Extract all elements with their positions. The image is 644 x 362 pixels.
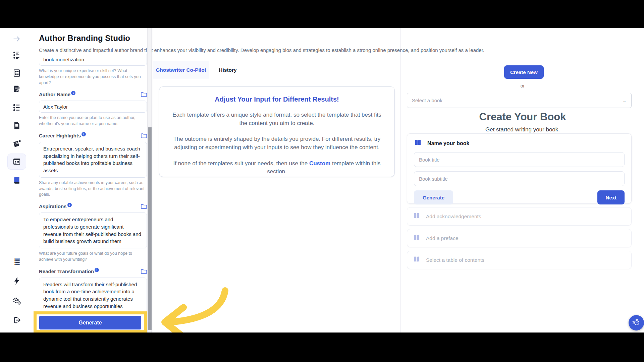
document-icon[interactable] bbox=[10, 119, 23, 132]
book-pen-icon[interactable] bbox=[10, 82, 23, 96]
info-icon[interactable]: i bbox=[71, 91, 75, 95]
speed-assistant-button[interactable] bbox=[629, 315, 644, 330]
row-label: Add acknowledgements bbox=[426, 214, 481, 220]
row-label: Select a table of contents bbox=[426, 257, 484, 263]
generate-book-name-button[interactable]: Generate bbox=[414, 190, 453, 204]
folder-icon[interactable] bbox=[141, 268, 147, 276]
author-branding-icon[interactable] bbox=[10, 155, 23, 168]
create-new-button[interactable]: Create New bbox=[504, 65, 544, 79]
expertise-field[interactable]: book monetization bbox=[39, 54, 147, 66]
app-window: Author Branding Studio Create a distinct… bbox=[0, 0, 644, 362]
name-your-book-title: Name your book bbox=[427, 140, 469, 146]
generate-branding-button[interactable]: Generate bbox=[39, 316, 141, 329]
select-book-placeholder: Select a book bbox=[412, 98, 442, 103]
audiobook-icon[interactable] bbox=[10, 137, 23, 150]
author-name-label: Author Name bbox=[39, 92, 70, 97]
branding-form-panel: book monetization What is your unique ex… bbox=[34, 54, 147, 312]
people-list-icon[interactable] bbox=[10, 49, 23, 62]
open-book-icon bbox=[413, 212, 421, 221]
adjust-input-title: Adjust Your Input for Different Results! bbox=[171, 96, 383, 103]
adjust-input-paragraph-2: The outcome is entirely shaped by the de… bbox=[171, 135, 383, 152]
create-your-book-subheading: Get started writing your book. bbox=[401, 126, 644, 133]
select-table-of-contents-row[interactable]: Select a table of contents bbox=[407, 251, 632, 269]
author-name-input[interactable] bbox=[39, 101, 147, 113]
book-title-input[interactable] bbox=[414, 152, 625, 167]
folder-icon[interactable] bbox=[141, 92, 147, 99]
row-label: Add a preface bbox=[426, 235, 459, 241]
adjust-input-paragraph-1: Each template offers a unique style and … bbox=[171, 111, 383, 127]
tab-history[interactable]: History bbox=[209, 61, 246, 79]
select-book-dropdown[interactable]: Select a book ⌄ bbox=[407, 93, 632, 108]
expand-arrow-icon[interactable] bbox=[10, 32, 23, 46]
create-book-panel: Create New or Select a book ⌄ Create You… bbox=[400, 28, 644, 333]
add-acknowledgements-row[interactable]: Add acknowledgements bbox=[407, 207, 632, 226]
info-icon[interactable]: i bbox=[95, 268, 99, 272]
career-highlights-label: Career Highlights bbox=[39, 133, 81, 138]
career-highlights-textarea[interactable]: Entrepreneur, speaker, and business coac… bbox=[39, 142, 147, 178]
form-scrollbar[interactable] bbox=[147, 28, 152, 333]
tab-ghostwriter-copilot[interactable]: Ghostwriter Co-Pilot bbox=[153, 61, 209, 79]
page-subtitle: Create a distinctive and impactful autho… bbox=[39, 47, 542, 53]
author-name-helper: Enter the name you use or plan to use as… bbox=[39, 115, 147, 127]
info-icon[interactable]: i bbox=[82, 132, 86, 136]
add-preface-row[interactable]: Add a preface bbox=[407, 229, 632, 247]
paragraph-text: If none of the templates suit your needs… bbox=[173, 160, 309, 167]
chevron-down-icon: ⌄ bbox=[622, 98, 627, 104]
reader-transformation-textarea[interactable]: Readers will transform their self-publis… bbox=[39, 278, 147, 312]
reader-transformation-label: Reader Transformation bbox=[39, 268, 94, 274]
copilot-tabbar: Ghostwriter Co-Pilot History bbox=[153, 61, 401, 79]
name-your-book-card: Name your book Generate Next bbox=[407, 133, 632, 204]
logout-icon[interactable] bbox=[10, 313, 23, 327]
or-separator: or bbox=[401, 83, 644, 88]
custom-template-link[interactable]: Custom bbox=[309, 160, 330, 167]
open-book-icon bbox=[413, 256, 421, 264]
next-button[interactable]: Next bbox=[597, 190, 625, 204]
aspirations-label: Aspirations bbox=[39, 203, 67, 209]
career-highlights-helper: Share any notable achievements in your c… bbox=[39, 180, 147, 198]
create-your-book-heading: Create Your Book bbox=[401, 111, 644, 123]
book-subtitle-input[interactable] bbox=[414, 171, 625, 186]
form-scrollbar-thumb[interactable] bbox=[148, 127, 152, 330]
stopwatch-icon bbox=[632, 318, 641, 328]
adjust-input-card: Adjust Your Input for Different Results!… bbox=[159, 86, 395, 177]
info-icon[interactable]: i bbox=[67, 203, 72, 207]
sidebar bbox=[0, 28, 34, 333]
blue-book-icon[interactable] bbox=[10, 174, 23, 187]
letterbox-top bbox=[0, 0, 644, 28]
copilot-panel: Ghostwriter Co-Pilot History Adjust Your… bbox=[153, 28, 400, 333]
gears-icon[interactable] bbox=[10, 294, 23, 308]
bullet-list-icon[interactable] bbox=[10, 101, 23, 114]
page-title: Author Branding Studio bbox=[39, 34, 130, 43]
letterbox-bottom bbox=[0, 333, 644, 362]
folder-icon[interactable] bbox=[141, 133, 147, 140]
open-book-icon bbox=[413, 234, 421, 243]
aspirations-textarea[interactable]: To empower entrepreneurs and professiona… bbox=[39, 213, 147, 248]
colored-list-icon[interactable] bbox=[10, 255, 23, 268]
adjust-input-paragraph-3: If none of the templates suit your needs… bbox=[171, 160, 383, 176]
expertise-helper: What is your unique expertise or skill s… bbox=[39, 68, 147, 86]
lightning-icon[interactable] bbox=[10, 274, 23, 288]
clipboard-list-icon[interactable] bbox=[10, 66, 23, 80]
open-book-icon bbox=[414, 139, 422, 148]
folder-icon[interactable] bbox=[141, 203, 147, 210]
aspirations-helper: What are your future goals or what do yo… bbox=[39, 251, 147, 263]
